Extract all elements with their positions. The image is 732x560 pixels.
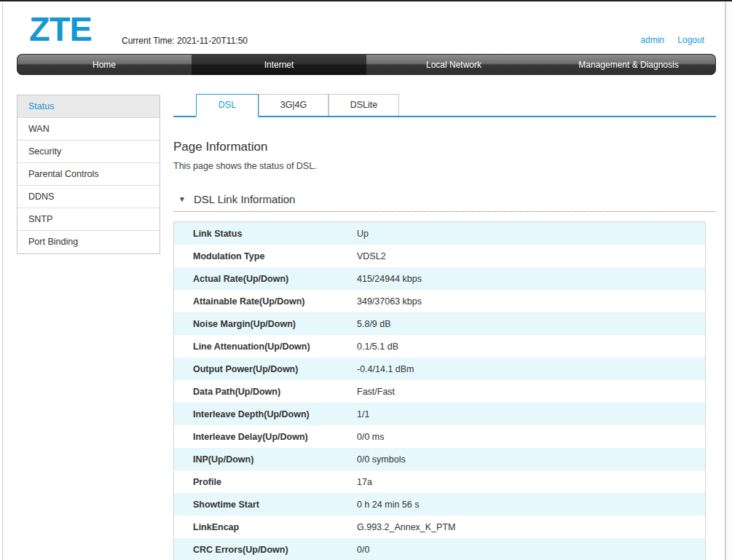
row-value: G.993.2_Annex_K_PTM (357, 522, 705, 532)
sidebar-item-status[interactable]: Status (17, 95, 160, 118)
table-row: Profile 17a (174, 470, 705, 493)
table-row: Interleave Delay(Up/Down) 0/0 ms (174, 425, 705, 448)
tab-dslite[interactable]: DSLite (328, 94, 399, 116)
admin-user-link[interactable]: admin (641, 35, 665, 45)
row-value: 0/0 symbols (357, 454, 705, 465)
row-label: Actual Rate(Up/Down) (174, 274, 357, 284)
row-label: Data Path(Up/Down) (174, 387, 357, 397)
sidebar-item-security[interactable]: Security (17, 141, 160, 163)
row-label: Attainable Rate(Up/Down) (174, 296, 357, 307)
zte-logo: ZTE (29, 9, 92, 49)
table-row: CRC Errors(Up/Down) 0/0 (174, 538, 705, 560)
row-label: Profile (174, 477, 357, 487)
sidebar-item-sntp[interactable]: SNTP (17, 208, 160, 231)
table-row: Interleave Depth(Up/Down) 1/1 (174, 403, 705, 425)
dotted-divider (173, 211, 716, 212)
row-value: 0/0 (357, 545, 705, 555)
row-label: CRC Errors(Up/Down) (174, 545, 357, 555)
table-row: Line Attenuation(Up/Down) 0.1/5.1 dB (174, 335, 705, 358)
row-label: Modulation Type (174, 251, 357, 261)
table-row: Modulation Type VDSL2 (174, 245, 705, 267)
row-label: Link Status (174, 229, 357, 239)
table-row: Attainable Rate(Up/Down) 349/37063 kbps (174, 290, 705, 312)
row-value: -0.4/14.1 dBm (357, 364, 705, 374)
user-links: admin Logout (641, 35, 704, 45)
row-label: Interleave Depth(Up/Down) (174, 409, 357, 419)
row-value: 5.8/9 dB (357, 319, 705, 329)
row-label: Interleave Delay(Up/Down) (174, 432, 357, 442)
scrollbar-track[interactable] (725, 1, 732, 560)
section-title: DSL Link Information (194, 193, 296, 205)
sidebar-item-port-binding[interactable]: Port Binding (17, 231, 160, 253)
row-value: Up (357, 229, 705, 239)
page-title: Page Information (173, 140, 716, 154)
collapse-triangle-icon[interactable]: ▼ (178, 195, 186, 203)
sub-tabs: DSL 3G|4G DSLite (173, 94, 716, 117)
row-value: 349/37063 kbps (357, 296, 705, 307)
row-label: INP(Up/Down) (174, 454, 357, 465)
row-value: 415/24944 kbps (357, 274, 705, 284)
row-label: Line Attenuation(Up/Down) (174, 342, 357, 352)
table-row: Noise Margin(Up/Down) 5.8/9 dB (174, 312, 705, 335)
current-time-label: Current Time: 2021-11-20T11:50 (122, 36, 248, 46)
table-row: Link Status Up (174, 222, 705, 245)
row-label: LinkEncap (174, 522, 357, 532)
logout-link[interactable]: Logout (677, 35, 704, 45)
tab-dsl[interactable]: DSL (196, 94, 259, 117)
table-row: Output Power(Up/Down) -0.4/14.1 dBm (174, 358, 705, 380)
nav-item-home[interactable]: Home (17, 54, 192, 75)
table-row: Showtime Start 0 h 24 min 56 s (174, 493, 705, 516)
row-value: 1/1 (357, 409, 705, 419)
row-label: Output Power(Up/Down) (174, 364, 357, 374)
tab-3g4g[interactable]: 3G|4G (259, 94, 328, 116)
table-row: LinkEncap G.993.2_Annex_K_PTM (174, 516, 705, 538)
row-value: 17a (357, 477, 705, 487)
nav-item-local-network[interactable]: Local Network (366, 54, 541, 75)
dsl-info-table: Link Status Up Modulation Type VDSL2 Act… (173, 221, 706, 560)
nav-item-internet[interactable]: Internet (192, 54, 366, 75)
row-label: Noise Margin(Up/Down) (174, 319, 357, 329)
page-container: ZTE Current Time: 2021-11-20T11:50 admin… (2, 3, 725, 560)
main-content: DSL 3G|4G DSLite Page Information This p… (173, 94, 716, 560)
nav-item-management-diagnosis[interactable]: Management & Diagnosis (541, 54, 716, 75)
table-row: INP(Up/Down) 0/0 symbols (174, 448, 705, 470)
row-value: 0.1/5.1 dB (357, 342, 705, 352)
table-row: Actual Rate(Up/Down) 415/24944 kbps (174, 267, 705, 290)
row-value: Fast/Fast (357, 387, 705, 397)
row-value: VDSL2 (357, 251, 705, 261)
row-label: Showtime Start (174, 500, 357, 510)
main-nav: Home Internet Local Network Management &… (17, 54, 716, 75)
dsl-link-info-section-header[interactable]: ▼ DSL Link Information (173, 193, 716, 205)
page-description: This page shows the status of DSL. (173, 161, 716, 171)
sidebar-item-parental-controls[interactable]: Parental Controls (17, 163, 160, 186)
table-row: Data Path(Up/Down) Fast/Fast (174, 380, 705, 403)
sidebar-item-ddns[interactable]: DDNS (17, 186, 160, 208)
sidebar: Status WAN Security Parental Controls DD… (17, 95, 160, 254)
row-value: 0 h 24 min 56 s (357, 500, 705, 510)
row-value: 0/0 ms (357, 432, 705, 442)
sidebar-item-wan[interactable]: WAN (17, 118, 160, 141)
